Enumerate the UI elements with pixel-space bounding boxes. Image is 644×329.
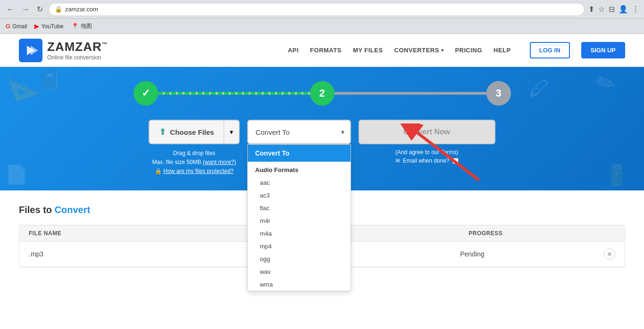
- converters-caret: ▾: [441, 48, 444, 53]
- logo-subtitle: Online file conversion: [47, 54, 108, 61]
- back-button[interactable]: ←: [5, 5, 16, 14]
- address-bar[interactable]: 🔒 zamzar.com: [49, 3, 585, 16]
- layout-icon[interactable]: ⊟: [609, 5, 615, 14]
- profile-icon[interactable]: 👤: [619, 5, 628, 14]
- bookmarks-bar: G Gmail ▶ YouTube 📍 地图: [0, 19, 644, 34]
- url-text: zamzar.com: [65, 6, 98, 13]
- upload-icon: ⬆: [159, 127, 166, 137]
- maps-icon: 📍: [71, 23, 79, 30]
- email-label: Email when done?: [403, 157, 450, 164]
- protected-link[interactable]: How are my files protected?: [163, 168, 234, 174]
- file-progress-cell: Pending: [460, 250, 604, 258]
- logo-name: ZAMZAR™: [47, 40, 108, 54]
- drag-drop-text: Drag & drop files: [152, 149, 236, 158]
- svg-marker-1: [31, 46, 38, 55]
- max-size-text: Max. file size 50MB (want more?): [152, 158, 236, 167]
- refresh-button[interactable]: ↻: [35, 5, 45, 14]
- nav-myfiles[interactable]: MY FILES: [353, 47, 383, 54]
- file-remove-button[interactable]: ✕: [604, 248, 615, 260]
- convert-to-label: Convert To: [248, 128, 335, 136]
- maps-label: 地图: [81, 22, 92, 30]
- helper-text: Drag & drop files Max. file size 50MB (w…: [152, 149, 236, 176]
- logo-text: ZAMZAR™ Online file conversion: [47, 40, 108, 61]
- nav-help[interactable]: HELP: [493, 47, 511, 54]
- nav-formats[interactable]: FORMATS: [310, 47, 342, 54]
- choose-files-label: Choose Files: [170, 128, 214, 136]
- bookmark-icon[interactable]: ☆: [598, 5, 605, 14]
- want-more-link[interactable]: (want more?): [203, 159, 236, 165]
- col-progress-header: PROGRESS: [468, 230, 615, 237]
- steps-container: ✓ 2 3: [134, 81, 511, 106]
- dropdown-header: Convert To: [248, 145, 351, 162]
- share-icon[interactable]: ⬆: [588, 5, 594, 14]
- convert-to-button[interactable]: Convert To ▾: [247, 120, 351, 144]
- protection-text: 🔒 How are my files protected?: [152, 167, 236, 176]
- bookmark-maps[interactable]: 📍 地图: [71, 22, 92, 30]
- bookmark-gmail[interactable]: G Gmail: [6, 23, 27, 30]
- agree-text: (And agree to our Terms): [395, 149, 459, 156]
- main-page: ZAMZAR™ Online file conversion API FORMA…: [0, 34, 644, 329]
- nav-converters[interactable]: CONVERTERS ▾: [394, 47, 444, 54]
- menu-icon[interactable]: ⋮: [632, 5, 639, 14]
- youtube-icon: ▶: [34, 23, 39, 30]
- format-mp4[interactable]: mp4: [248, 240, 351, 253]
- browser-chrome: ← → ↻ 🔒 zamzar.com ⬆ ☆ ⊟ 👤 ⋮: [0, 0, 644, 19]
- navbar: ZAMZAR™ Online file conversion API FORMA…: [0, 34, 644, 67]
- format-m4r[interactable]: m4r: [248, 214, 351, 227]
- dropdown-arrow-icon: ▾: [230, 128, 233, 136]
- step-2-circle: 2: [310, 81, 335, 106]
- choose-files-group: ⬆ Choose Files ▾ Drag & drop files Max. …: [149, 120, 239, 176]
- convert-to-group: Convert To ▾ Convert To Audio Formats aa…: [247, 120, 351, 144]
- email-checkbox[interactable]: [452, 158, 459, 164]
- step-3-circle: 3: [486, 81, 511, 106]
- audio-formats-label: Audio Formats: [248, 162, 351, 176]
- convert-to-dropdown: Convert To Audio Formats aac ac3 flac m4…: [247, 144, 351, 291]
- convert-now-group: Convert Now (And agree to our Terms) ✉ E…: [359, 120, 495, 164]
- format-wma[interactable]: wma: [248, 278, 351, 291]
- lock-small-icon: 🔒: [155, 168, 162, 174]
- hero-section: 📐 📓 🖊 ✏ 📄 🔋 ✓ 2 3 ⬆ Choose Files: [0, 67, 644, 190]
- logo-icon: [19, 39, 42, 62]
- conversion-row: ⬆ Choose Files ▾ Drag & drop files Max. …: [110, 120, 535, 176]
- nav-pricing[interactable]: PRICING: [455, 47, 482, 54]
- format-wav[interactable]: wav: [248, 265, 351, 278]
- format-flac[interactable]: flac: [248, 202, 351, 214]
- agree-text-group: (And agree to our Terms) ✉ Email when do…: [395, 149, 459, 164]
- step-line-2: [335, 92, 486, 95]
- step-1-circle: ✓: [134, 81, 158, 106]
- nav-links: API FORMATS MY FILES CONVERTERS ▾ PRICIN…: [288, 42, 625, 58]
- step-line-1: [158, 92, 310, 95]
- format-ogg[interactable]: ogg: [248, 253, 351, 265]
- choose-files-dropdown-arrow[interactable]: ▾: [224, 121, 239, 143]
- browser-actions: ⬆ ☆ ⊟ 👤 ⋮: [588, 5, 639, 14]
- gmail-label: Gmail: [12, 23, 27, 30]
- nav-api[interactable]: API: [288, 47, 299, 54]
- logo: ZAMZAR™ Online file conversion: [19, 39, 108, 62]
- signup-button[interactable]: SIGN UP: [581, 42, 625, 58]
- convert-to-arrow-icon: ▾: [335, 128, 350, 136]
- format-aac[interactable]: aac: [248, 176, 351, 189]
- format-m4a[interactable]: m4a: [248, 227, 351, 240]
- choose-files-main[interactable]: ⬆ Choose Files: [150, 121, 223, 143]
- youtube-label: YouTube: [41, 23, 63, 30]
- email-icon: ✉: [395, 157, 400, 164]
- gmail-icon: G: [6, 23, 10, 30]
- email-option: ✉ Email when done?: [395, 157, 459, 164]
- forward-button[interactable]: →: [20, 5, 31, 14]
- format-ac3[interactable]: ac3: [248, 189, 351, 202]
- bookmark-youtube[interactable]: ▶ YouTube: [34, 23, 63, 30]
- lock-icon: 🔒: [55, 6, 62, 13]
- convert-now-button[interactable]: Convert Now: [359, 120, 495, 144]
- choose-files-button[interactable]: ⬆ Choose Files ▾: [149, 120, 239, 144]
- login-button[interactable]: LOG IN: [530, 42, 570, 58]
